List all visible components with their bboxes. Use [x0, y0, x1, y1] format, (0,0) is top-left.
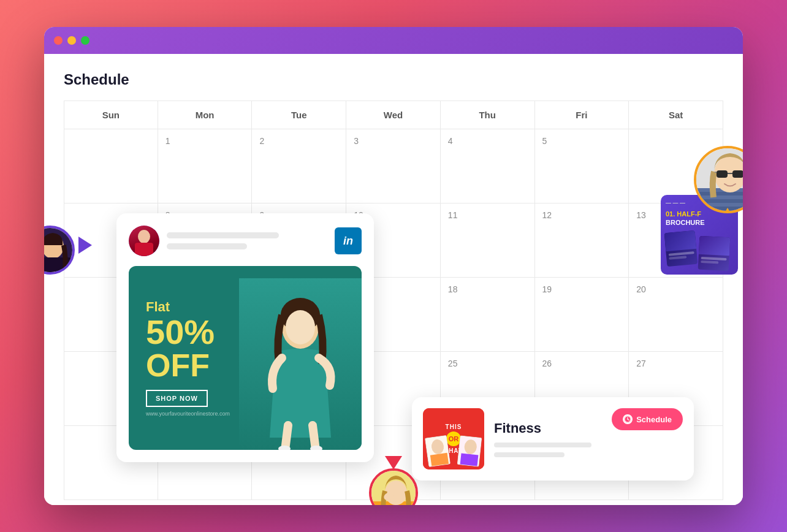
fitness-lines — [494, 443, 602, 457]
promo-text: Flat 50% OFF SHOP NOW www.yourfavouriteo… — [146, 299, 230, 417]
calendar-cell[interactable]: 2 — [252, 129, 346, 203]
linkedin-icon: in — [335, 227, 362, 254]
browser-titlebar — [44, 27, 743, 54]
svg-rect-26 — [696, 196, 743, 199]
calendar-cell[interactable]: 4 — [441, 129, 535, 203]
svg-line-18 — [628, 419, 629, 420]
day-thu: Thu — [441, 101, 535, 129]
calendar-cell[interactable]: 19 — [535, 278, 629, 351]
promo-image: Flat 50% OFF SHOP NOW www.yourfavouriteo… — [129, 266, 362, 450]
day-wed: Wed — [346, 101, 441, 129]
svg-point-2 — [139, 230, 149, 241]
fitness-line — [494, 443, 591, 447]
day-fri: Fri — [535, 101, 629, 129]
svg-rect-1 — [135, 243, 153, 256]
browser-content: Schedule Sun Mon Tue Wed Thu Fri Sat 1 2… — [44, 54, 743, 505]
fitness-info: Fitness — [494, 420, 602, 457]
day-mon: Mon — [158, 101, 253, 129]
calendar-cell[interactable]: 18 — [441, 278, 535, 351]
calendar-cell[interactable]: 12 — [535, 203, 629, 277]
text-line — [167, 232, 279, 238]
page-title: Schedule — [64, 71, 723, 88]
linkedin-card-header: in — [129, 226, 362, 256]
calendar-cell[interactable]: 3 — [346, 129, 441, 203]
svg-rect-15 — [460, 454, 478, 467]
calendar-cell[interactable] — [64, 129, 158, 203]
svg-rect-30 — [732, 170, 743, 178]
text-line — [167, 243, 247, 249]
schedule-button[interactable]: Schedule — [612, 408, 683, 430]
calendar-cell[interactable]: 1 — [158, 129, 253, 203]
minimize-button[interactable] — [67, 36, 76, 45]
calendar-cell[interactable]: 11 — [441, 203, 535, 277]
browser-window: Schedule Sun Mon Tue Wed Thu Fri Sat 1 2… — [44, 27, 743, 505]
calendar-cell[interactable]: 5 — [535, 129, 629, 203]
day-sun: Sun — [64, 101, 158, 129]
play-icon[interactable] — [78, 237, 92, 254]
triangle-arrow-icon — [385, 456, 402, 469]
brochure-preview — [661, 229, 738, 273]
clock-icon — [623, 414, 633, 424]
shop-now-button[interactable]: SHOP NOW — [146, 390, 208, 407]
arrow-icon — [720, 208, 735, 213]
close-button[interactable] — [54, 36, 63, 45]
thumbnail-this: THIS — [446, 424, 462, 430]
svg-rect-29 — [717, 170, 728, 178]
svg-point-5 — [286, 310, 315, 344]
linkedin-user-info — [167, 232, 327, 249]
fitness-line — [494, 452, 565, 457]
svg-rect-32 — [715, 172, 717, 173]
day-tue: Tue — [252, 101, 346, 129]
promo-woman-figure — [239, 278, 362, 450]
fitness-thumbnail: THIS OR THAT — [423, 408, 484, 469]
fitness-title: Fitness — [494, 420, 602, 436]
fitness-card: THIS OR THAT — [412, 397, 694, 481]
linkedin-post-card: in Flat 50% OFF SHOP NOW www.yourfavouri… — [116, 213, 374, 462]
maximize-button[interactable] — [81, 36, 89, 45]
calendar-row: 1 2 3 4 5 — [64, 129, 723, 203]
avatar — [129, 226, 159, 256]
calendar-header: Sun Mon Tue Wed Thu Fri Sat — [64, 101, 723, 129]
day-sat: Sat — [629, 101, 723, 129]
svg-rect-12 — [430, 453, 449, 467]
calendar-cell[interactable]: 20 — [629, 278, 723, 351]
